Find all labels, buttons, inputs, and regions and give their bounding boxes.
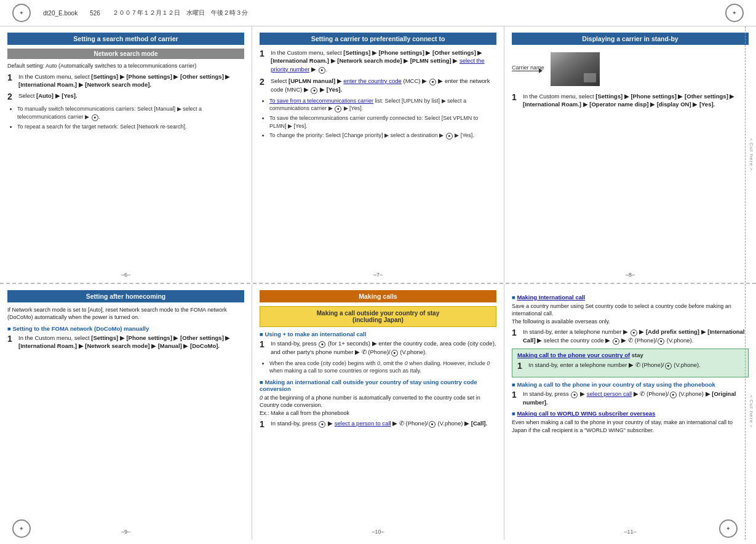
carrier-bullet-3: To change the priority: Select [Change p… bbox=[269, 132, 496, 140]
step-num-1-i: 1 bbox=[512, 328, 520, 338]
carrier-image-row: Carrier name bbox=[512, 50, 749, 86]
step-text-1-s: In stand-by, enter a telephone number ▶ … bbox=[528, 361, 743, 369]
carrier-arrow-line bbox=[512, 71, 539, 72]
page-header: ✦ dt20_E.book 526 ２００７年１２月１２日 水曜日 午後２時３分… bbox=[0, 0, 756, 26]
making-call-stay-title: Making call to the phone your country of… bbox=[517, 352, 743, 358]
cut-here-text: ＜Cut here＞ bbox=[747, 137, 754, 172]
panel-display-carrier: Displaying a carrier in stand-by Carrier… bbox=[504, 26, 756, 283]
step-num-1-d: 1 bbox=[512, 92, 520, 103]
top-row: Setting a search method of carrier Netwo… bbox=[0, 26, 756, 284]
step-1-homecoming: 1 In the Custom menu, select [Settings] … bbox=[7, 334, 244, 350]
making-call-outside-box: Making a call outside your country of st… bbox=[260, 306, 496, 327]
step-num-1-p: 1 bbox=[260, 339, 268, 350]
panel-search-method: Setting a search method of carrier Netwo… bbox=[0, 26, 252, 283]
section-stay-phonebook: ■ Making a call to the phone in your cou… bbox=[512, 381, 749, 388]
page-num-6: –6– bbox=[0, 269, 252, 280]
bullet-2: To repeat a search for the target networ… bbox=[17, 123, 244, 131]
step-1-plus: 1 In stand-by, press ● (for 1+ seconds) … bbox=[260, 339, 496, 357]
section-using-plus: ■ Using + to make an international call bbox=[260, 331, 496, 337]
main-content: Setting a search method of carrier Netwo… bbox=[0, 26, 756, 540]
step-1-intl: 1 In stand-by, enter a telephone number … bbox=[512, 328, 749, 345]
sub-title-network: Network search mode bbox=[7, 49, 244, 59]
step-text-1-d: In the Custom menu, select [Settings] ▶ … bbox=[523, 92, 749, 109]
page-num-9: –9– bbox=[0, 526, 252, 537]
cut-here-text-bottom: ＜Cut here＞ bbox=[747, 394, 754, 429]
world-wing-intro: Even when making a call to the phone in … bbox=[512, 419, 749, 434]
bullet-list-plus: When the area code (city code) begins wi… bbox=[269, 360, 496, 375]
step-text-1-spb: In stand-by, press ● ▶ select person cal… bbox=[523, 390, 749, 406]
bullet-list-search: To manually switch telecommunications ca… bbox=[17, 105, 244, 130]
carrier-bullet-2: To save the telecommunications carrier c… bbox=[269, 114, 496, 130]
homecoming-section-heading: ■ Setting to the FOMA network (DoCoMo) m… bbox=[7, 325, 244, 332]
step-2-carrier: 2 Select [UPLMN manual] ▶ enter the coun… bbox=[260, 77, 496, 94]
step-num-1-s: 1 bbox=[517, 361, 526, 371]
corner-mark-tl: ✦ bbox=[12, 4, 31, 22]
bullet-1: To manually switch telecommunications ca… bbox=[17, 105, 244, 121]
step-num-1-cv: 1 bbox=[260, 419, 268, 430]
default-setting-text: Default setting: Auto (Automatically swi… bbox=[7, 62, 244, 70]
step-1-conversion: 1 In stand-by, press ● ▶ select a person… bbox=[260, 419, 496, 430]
page-num-7: –7– bbox=[252, 269, 504, 280]
step-1-carrier: 1 In the Custom menu, select [Settings] … bbox=[260, 49, 496, 74]
step-text-1: In the Custom menu, select [Settings] ▶ … bbox=[18, 73, 244, 89]
step-num-1-c: 1 bbox=[260, 49, 268, 59]
panel-title-display: Displaying a carrier in stand-by bbox=[512, 33, 749, 45]
corner-mark-br: ✦ bbox=[719, 519, 738, 538]
conversion-intro: 0 at the beginning of a phone number is … bbox=[260, 394, 496, 417]
step-2-search: 2 Select [Auto] ▶ [Yes]. bbox=[7, 92, 244, 102]
step-num-2: 2 bbox=[7, 92, 16, 102]
step-1-display: 1 In the Custom menu, select [Settings] … bbox=[512, 92, 749, 109]
carrier-bullet-1: To save from a telecommunications carrie… bbox=[269, 97, 496, 113]
step-1-stay-pb: 1 In stand-by, press ● ▶ select person c… bbox=[512, 390, 749, 406]
page-num-11: –11– bbox=[504, 526, 756, 537]
step-1-stay: 1 In stand-by, enter a telephone number … bbox=[517, 361, 743, 371]
making-call-stay-box: Making call to the phone your country of… bbox=[512, 349, 749, 377]
step-text-2: Select [Auto] ▶ [Yes]. bbox=[18, 92, 244, 100]
plus-bullet-1: When the area code (city code) begins wi… bbox=[269, 360, 496, 375]
step-num-1: 1 bbox=[7, 73, 16, 83]
carrier-arrow-row bbox=[512, 71, 539, 72]
carrier-img-detail bbox=[584, 73, 596, 82]
corner-mark-tr: ✦ bbox=[725, 4, 744, 22]
cut-here-marker-bottom: ＜Cut here＞ bbox=[745, 284, 756, 540]
step-text-1-cv: In stand-by, press ● ▶ select a person t… bbox=[271, 419, 496, 428]
carrier-label-row: Carrier name bbox=[512, 65, 544, 72]
panel-title-homecoming: Setting after homecoming bbox=[7, 290, 244, 302]
header-page: 526 bbox=[90, 10, 100, 17]
carrier-arrow-head bbox=[539, 68, 543, 73]
step-num-1-h: 1 bbox=[7, 334, 16, 344]
panel-making-calls: Making calls Making a call outside your … bbox=[252, 284, 504, 540]
page-num-8: –8– bbox=[504, 269, 756, 280]
header-bookref: dt20_E.book bbox=[43, 10, 78, 17]
step-text-1-h: In the Custom menu, select [Settings] ▶ … bbox=[18, 334, 244, 350]
step-text-1-p: In stand-by, press ● (for 1+ seconds) ▶ … bbox=[271, 339, 496, 357]
step-text-2-c: Select [UPLMN manual] ▶ enter the countr… bbox=[271, 77, 496, 94]
carrier-image bbox=[551, 52, 600, 86]
panel-title-carrier-pref: Setting a carrier to preferentially conn… bbox=[260, 33, 496, 45]
corner-mark-bl: ✦ bbox=[12, 519, 31, 538]
panel-carrier-pref: Setting a carrier to preferentially conn… bbox=[252, 26, 504, 283]
intl-call-intro: Save a country number using Set country … bbox=[512, 302, 749, 326]
panel-title-making-calls: Making calls bbox=[260, 290, 496, 302]
step-text-1-i: In stand-by, enter a telephone number ▶ … bbox=[523, 328, 749, 345]
panel-title-search: Setting a search method of carrier bbox=[7, 33, 244, 45]
step-1-search: 1 In the Custom menu, select [Settings] … bbox=[7, 73, 244, 89]
header-date: ２００７年１２月１２日 水曜日 午後２時３分 bbox=[113, 9, 248, 17]
section-world-wing: ■ Making call to WORLD WING subscriber o… bbox=[512, 410, 749, 417]
cut-here-marker: ＜Cut here＞ bbox=[745, 26, 756, 283]
step-num-1-spb: 1 bbox=[512, 390, 520, 400]
step-num-2-c: 2 bbox=[260, 77, 268, 87]
panel-intl-details: ■ Making International call Save a count… bbox=[504, 284, 756, 540]
bullet-list-carrier: To save from a telecommunications carrie… bbox=[269, 97, 496, 140]
homecoming-intro: If Network search mode is set to [Auto],… bbox=[7, 306, 244, 321]
section-intl-call: ■ Making International call bbox=[512, 294, 749, 301]
step-text-1-c: In the Custom menu, select [Settings] ▶ … bbox=[271, 49, 496, 74]
bottom-row: Setting after homecoming If Network sear… bbox=[0, 284, 756, 540]
page-num-10: –10– bbox=[252, 526, 504, 537]
section-country-conversion: ■ Making an international call outside y… bbox=[260, 379, 496, 392]
panel-homecoming: Setting after homecoming If Network sear… bbox=[0, 284, 252, 540]
